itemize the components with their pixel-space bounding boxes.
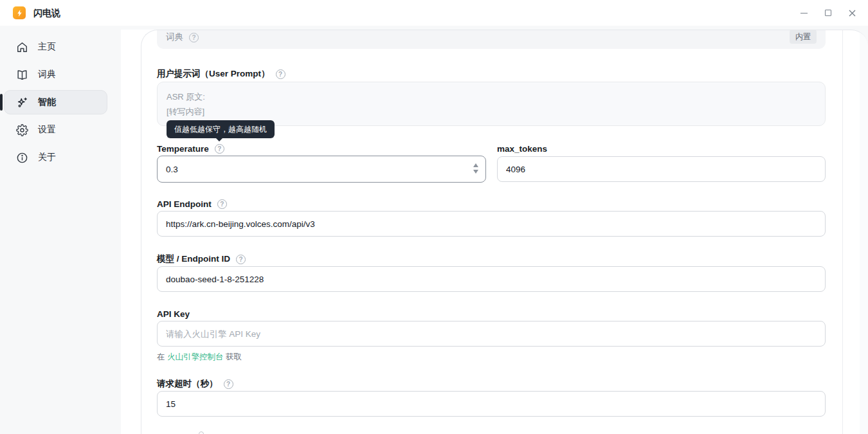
- close-button[interactable]: [840, 0, 863, 26]
- max-tokens-label-row: max_tokens: [497, 143, 547, 154]
- model-label-row: 模型 / Endpoint ID: [157, 254, 246, 264]
- timeout-label-row: 请求超时（秒）: [157, 379, 233, 389]
- help-icon[interactable]: [189, 33, 199, 42]
- max-tokens-input[interactable]: [497, 156, 826, 182]
- user-prompt-line: [转写内容]: [167, 104, 816, 119]
- active-nav-indicator: [0, 94, 3, 111]
- helper-prefix: 在: [157, 352, 167, 361]
- sidebar-item-ai[interactable]: 智能: [4, 90, 107, 114]
- temperature-stepper[interactable]: [471, 163, 480, 174]
- settings-panel: 词典 内置 用户提示词（User Prompt） ASR 原文: [转写内容] …: [141, 30, 868, 434]
- app-logo-lightning-icon: [13, 6, 26, 19]
- help-icon[interactable]: [276, 69, 285, 79]
- sidebar-item-label: 关于: [38, 152, 56, 163]
- sidebar-item-settings[interactable]: 设置: [4, 118, 107, 142]
- maximize-button[interactable]: [817, 0, 840, 26]
- help-icon[interactable]: [217, 199, 227, 209]
- stepper-down-icon[interactable]: [473, 170, 478, 174]
- app-title: 闪电说: [33, 0, 60, 26]
- volcengine-console-link[interactable]: 火山引擎控制台: [167, 352, 224, 361]
- model-label: 模型 / Endpoint ID: [157, 253, 230, 265]
- model-input[interactable]: [157, 266, 826, 292]
- app-window: 闪电说 主页 词典 智能 设置 关于: [0, 0, 868, 434]
- help-icon[interactable]: [215, 144, 224, 154]
- clipped-help-icon: [199, 431, 204, 434]
- dictionary-label: 词典: [166, 32, 183, 43]
- user-prompt-line: ASR 原文:: [167, 89, 816, 104]
- sidebar-item-home[interactable]: 主页: [4, 35, 107, 59]
- titlebar: 闪电说: [0, 0, 868, 26]
- user-prompt-label: 用户提示词（User Prompt）: [157, 68, 270, 80]
- gear-icon: [16, 124, 28, 136]
- temperature-input[interactable]: [157, 156, 486, 183]
- sidebar-item-label: 设置: [38, 124, 56, 136]
- stepper-up-icon[interactable]: [473, 163, 478, 167]
- minimize-button[interactable]: [792, 0, 815, 26]
- helper-suffix: 获取: [223, 352, 241, 361]
- user-prompt-label-row: 用户提示词（User Prompt）: [157, 69, 285, 79]
- api-key-input[interactable]: [157, 321, 826, 347]
- api-endpoint-label-row: API Endpoint: [157, 199, 227, 209]
- sidebar-item-label: 主页: [38, 41, 56, 53]
- temperature-tooltip: 值越低越保守，越高越随机: [167, 120, 275, 138]
- timeout-input[interactable]: [157, 391, 826, 417]
- help-icon[interactable]: [224, 379, 233, 389]
- home-icon: [16, 41, 28, 53]
- temperature-label: Temperature: [157, 144, 209, 154]
- dictionary-label-row: 词典: [166, 32, 199, 43]
- sidebar-item-dictionary[interactable]: 词典: [4, 62, 107, 87]
- scrollbar-track[interactable]: [860, 30, 868, 434]
- timeout-label: 请求超时（秒）: [157, 378, 218, 390]
- api-key-label-row: API Key: [157, 309, 190, 319]
- dictionary-field[interactable]: 词典 内置: [157, 30, 826, 49]
- sidebar: 主页 词典 智能 设置 关于: [0, 26, 121, 434]
- api-key-helper: 在 火山引擎控制台 获取: [157, 352, 242, 363]
- close-icon: [849, 10, 856, 17]
- temperature-label-row: Temperature: [157, 143, 224, 154]
- info-icon: [16, 152, 28, 164]
- book-icon: [16, 69, 28, 81]
- content-right-divider: [842, 30, 843, 434]
- builtin-badge[interactable]: 内置: [790, 30, 817, 44]
- api-endpoint-input[interactable]: [157, 211, 826, 237]
- maximize-icon: [825, 10, 831, 16]
- minimize-icon: [800, 13, 808, 14]
- api-endpoint-label: API Endpoint: [157, 199, 212, 209]
- api-key-label: API Key: [157, 309, 190, 319]
- sparkles-icon: [16, 96, 28, 109]
- sidebar-item-about[interactable]: 关于: [4, 145, 107, 170]
- sidebar-item-label: 词典: [38, 69, 56, 80]
- help-icon[interactable]: [236, 255, 246, 264]
- user-prompt-textarea[interactable]: ASR 原文: [转写内容]: [157, 82, 826, 126]
- sidebar-item-label: 智能: [38, 96, 56, 108]
- max-tokens-label: max_tokens: [497, 144, 547, 154]
